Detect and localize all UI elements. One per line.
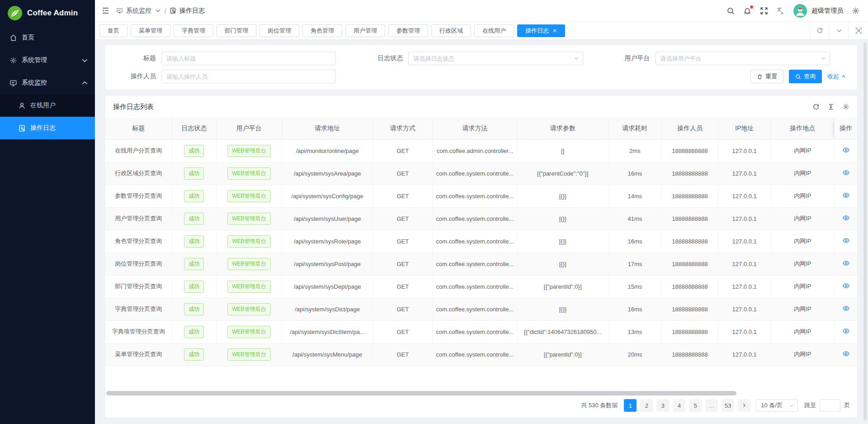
cell-status: 成功	[172, 207, 216, 230]
view-detail-button[interactable]	[841, 326, 851, 337]
tab-online-users[interactable]: 在线用户	[474, 24, 514, 37]
cell-url: /api/system/sysDictItem/pa...	[282, 320, 373, 343]
cell-location: 内网IP	[771, 275, 835, 298]
search-icon	[795, 74, 801, 80]
close-icon[interactable]: ✕	[552, 28, 557, 33]
row-height-icon[interactable]	[827, 103, 835, 110]
view-detail-button[interactable]	[841, 213, 851, 224]
page-size-select[interactable]: 10 条/页	[756, 399, 798, 412]
cell-operator: 18888888888	[661, 139, 718, 162]
page-button-53[interactable]: 53	[722, 399, 734, 412]
page-button-3[interactable]: 3	[656, 399, 669, 412]
cell-handler: com.coffee.system.controlle...	[433, 252, 517, 275]
view-detail-button[interactable]	[841, 349, 851, 360]
horizontal-scrollbar[interactable]	[106, 391, 856, 395]
tab-dict-mgmt[interactable]: 字典管理	[174, 24, 213, 37]
page-ellipsis-button[interactable]: ...	[705, 399, 718, 412]
sidebar-item-online-users[interactable]: 在线用户	[0, 94, 95, 117]
tab-menu-mgmt[interactable]: 菜单管理	[131, 24, 170, 37]
page-button-4[interactable]: 4	[673, 399, 685, 412]
monitor-icon	[116, 7, 123, 14]
cell-platform: WEB管理后台	[216, 343, 282, 366]
page-button-2[interactable]: 2	[640, 399, 653, 412]
title-input[interactable]	[161, 52, 336, 65]
refresh-tab-icon[interactable]	[810, 22, 829, 39]
view-detail-button[interactable]	[841, 281, 851, 292]
sidebar-item-label: 在线用户	[30, 101, 89, 110]
horizontal-scrollbar-thumb[interactable]	[106, 391, 736, 395]
cell-title: 在线用户分页查询	[105, 139, 172, 162]
column-header-10: 操作地点	[771, 118, 835, 139]
sidebar-collapse-icon[interactable]	[101, 6, 110, 15]
tab-area-mgmt[interactable]: 行政区域	[431, 24, 471, 37]
view-detail-button[interactable]	[841, 258, 851, 269]
translate-icon[interactable]: 文A	[777, 7, 785, 15]
cell-platform: WEB管理后台	[216, 162, 282, 185]
tab-home[interactable]: 首页	[99, 24, 127, 37]
user-name[interactable]: 超级管理员	[811, 7, 843, 15]
view-detail-button[interactable]	[841, 191, 851, 201]
sidebar-item-operation-log[interactable]: 操作日志	[0, 117, 95, 139]
cell-time: 16ms	[608, 298, 661, 320]
cell-params: [{}]	[517, 230, 608, 252]
tab-menu-chevron-icon[interactable]	[829, 22, 849, 39]
vertical-scrollbar[interactable]	[863, 43, 867, 420]
collapse-filter-link[interactable]: 收起	[827, 72, 846, 81]
page-button-5[interactable]: 5	[689, 399, 702, 412]
refresh-icon[interactable]	[812, 103, 820, 110]
cell-platform: WEB管理后台	[216, 275, 282, 298]
fullscreen-icon[interactable]	[760, 7, 768, 15]
search-button[interactable]: 查询	[789, 70, 822, 83]
view-detail-button[interactable]	[841, 236, 851, 247]
tab-post-mgmt[interactable]: 岗位管理	[259, 24, 299, 37]
search-icon[interactable]	[726, 7, 735, 15]
pagination: 共 530 条数据 12345...53 10 条/页 跳至 页	[105, 397, 857, 417]
operator-input[interactable]	[161, 70, 336, 83]
tab-role-mgmt[interactable]: 角色管理	[302, 24, 342, 37]
avatar[interactable]	[793, 4, 807, 18]
brand[interactable]: Coffee Admin	[0, 0, 95, 26]
next-page-button[interactable]	[738, 399, 750, 412]
notification-bell-icon[interactable]	[743, 7, 751, 15]
jump-page-input[interactable]	[820, 399, 840, 412]
column-settings-gear-icon[interactable]	[842, 103, 849, 110]
eye-icon	[842, 191, 850, 199]
view-detail-button[interactable]	[841, 168, 851, 179]
cell-handler: com.coffee.admin.controller...	[433, 139, 517, 162]
platform-badge: WEB管理后台	[227, 258, 270, 270]
tab-config-mgmt[interactable]: 参数管理	[388, 24, 428, 37]
tab-user-mgmt[interactable]: 用户管理	[345, 24, 385, 37]
cell-ip: 127.0.0.1	[718, 298, 771, 320]
cell-operator: 18888888888	[661, 207, 718, 230]
table-row: 在线用户分页查询成功WEB管理后台/api/monitor/online/pag…	[105, 139, 857, 162]
cell-params: [{"parentId":0}]	[517, 275, 608, 298]
reset-label: 重置	[765, 72, 777, 81]
operator-label: 操作人员	[105, 72, 156, 81]
tab-dept-mgmt[interactable]: 部门管理	[217, 24, 256, 37]
view-detail-button[interactable]	[841, 304, 851, 314]
page-button-1[interactable]: 1	[624, 399, 637, 412]
tab-label: 操作日志	[525, 27, 549, 35]
cell-time: 14ms	[608, 185, 661, 207]
column-header-3: 请求地址	[282, 118, 373, 139]
sidebar-item-system-monitor[interactable]: 系统监控	[0, 71, 95, 94]
search-label: 查询	[804, 72, 816, 81]
cell-method: GET	[373, 252, 433, 275]
sidebar-item-system-management[interactable]: 系统管理	[0, 49, 95, 71]
tab-operation-log[interactable]: 操作日志✕	[517, 24, 565, 37]
sidebar-item-label: 首页	[22, 33, 89, 42]
platform-badge: WEB管理后台	[227, 145, 270, 157]
sidebar-item-home[interactable]: 首页	[0, 26, 95, 49]
cell-method: GET	[373, 343, 433, 366]
cell-action	[835, 320, 857, 343]
breadcrumb-parent[interactable]: 系统监控	[126, 7, 151, 15]
reset-button[interactable]: 重置	[750, 70, 783, 83]
log-status-label: 日志状态	[352, 54, 403, 62]
user-platform-input[interactable]	[656, 52, 830, 65]
settings-gear-icon[interactable]	[852, 7, 860, 15]
sidebar-item-label: 系统管理	[22, 56, 76, 64]
status-badge: 成功	[184, 348, 204, 361]
view-detail-button[interactable]	[841, 145, 851, 156]
content-maximize-icon[interactable]	[849, 22, 868, 39]
log-status-input[interactable]	[408, 52, 583, 65]
